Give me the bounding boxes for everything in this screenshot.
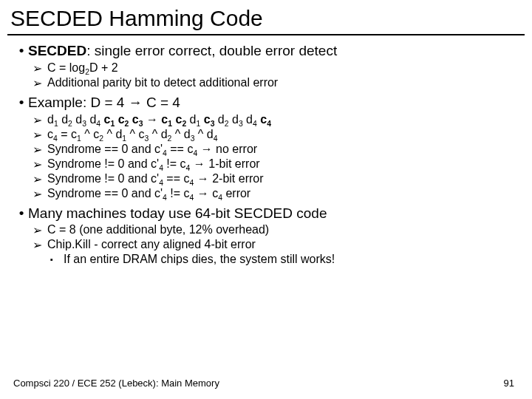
sub-text: Chip.Kill - correct any aligned 4-bit er… — [47, 238, 256, 251]
bullet-example: • Example: D = 4 → C = 4 — [15, 95, 517, 112]
bullet-icon: • — [15, 43, 28, 60]
arrow-icon: ➢ — [33, 172, 47, 186]
arrow-icon: ➢ — [33, 223, 47, 237]
sub-text: Syndrome != 0 and c'4 != c4 → 1-bit erro… — [47, 157, 260, 171]
bullet-text: Many machines today use 64-bit SECDED co… — [28, 205, 327, 222]
bullet-text: Example: D = 4 → C = 4 — [28, 95, 180, 111]
sub-text: c4 = c1 ^ c2 ^ d1 ^ c3 ^ d2 ^ d3 ^ d4 — [47, 128, 217, 141]
sub-c4-formula: ➢ c4 = c1 ^ c2 ^ d1 ^ c3 ^ d2 ^ d3 ^ d4 — [33, 128, 517, 142]
sub-c8: ➢ C = 8 (one additional byte, 12% overhe… — [33, 223, 517, 237]
sub-text: Syndrome == 0 and c'4 == c4 → no error — [47, 143, 257, 156]
arrow-icon: ➢ — [33, 113, 47, 127]
sub-text: Syndrome == 0 and c'4 != c4 → c4 error — [47, 187, 250, 200]
slide-body: • SECDED: single error correct, double e… — [0, 43, 532, 266]
sub-chipkill: ➢ Chip.Kill - correct any aligned 4-bit … — [33, 238, 517, 252]
sub-syndrome-00: ➢ Syndrome == 0 and c'4 == c4 → no error — [33, 143, 517, 157]
bullet-text: SECDED: single error correct, double err… — [28, 43, 337, 59]
subsub-dram: ▪ If an entire DRAM chips dies, the syst… — [50, 253, 517, 266]
subsub-text: If an entire DRAM chips dies, the system… — [64, 253, 335, 266]
sub-syndrome-10: ➢ Syndrome != 0 and c'4 == c4 → 2-bit er… — [33, 172, 517, 186]
title-underline — [7, 34, 525, 35]
sub-text: d1 d2 d3 d4 c1 c2 c3 → c1 c2 d1 c3 d2 d3… — [47, 113, 271, 126]
page-number: 91 — [504, 378, 514, 389]
sub-syndrome-11: ➢ Syndrome != 0 and c'4 != c4 → 1-bit er… — [33, 157, 517, 171]
arrow-icon: ➢ — [33, 143, 47, 157]
bullet-icon: • — [15, 95, 28, 112]
arrow-icon: ➢ — [33, 157, 47, 171]
slide-title: SECDED Hamming Code — [0, 0, 532, 34]
square-icon: ▪ — [50, 253, 64, 264]
bullet-secded-def: • SECDED: single error correct, double e… — [15, 43, 517, 60]
sub-c-formula: ➢ C = log2D + 2 — [33, 61, 517, 75]
sub-text: C = 8 (one additional byte, 12% overhead… — [47, 223, 269, 236]
arrow-icon: ➢ — [33, 238, 47, 252]
bullet-icon: • — [15, 205, 28, 222]
footer-left: Compsci 220 / ECE 252 (Lebeck): Main Mem… — [13, 378, 219, 389]
sub-syndrome-01: ➢ Syndrome == 0 and c'4 != c4 → c4 error — [33, 187, 517, 201]
bullet-64bit: • Many machines today use 64-bit SECDED … — [15, 205, 517, 222]
sub-bit-sequence: ➢ d1 d2 d3 d4 c1 c2 c3 → c1 c2 d1 c3 d2 … — [33, 113, 517, 127]
sub-text: C = log2D + 2 — [47, 61, 118, 75]
sub-parity: ➢ Additional parity bit to detect additi… — [33, 76, 517, 90]
arrow-icon: ➢ — [33, 128, 47, 142]
arrow-icon: ➢ — [33, 61, 47, 75]
arrow-icon: ➢ — [33, 76, 47, 90]
arrow-icon: ➢ — [33, 187, 47, 201]
sub-text: Additional parity bit to detect addition… — [47, 76, 278, 89]
sub-text: Syndrome != 0 and c'4 == c4 → 2-bit erro… — [47, 172, 264, 185]
